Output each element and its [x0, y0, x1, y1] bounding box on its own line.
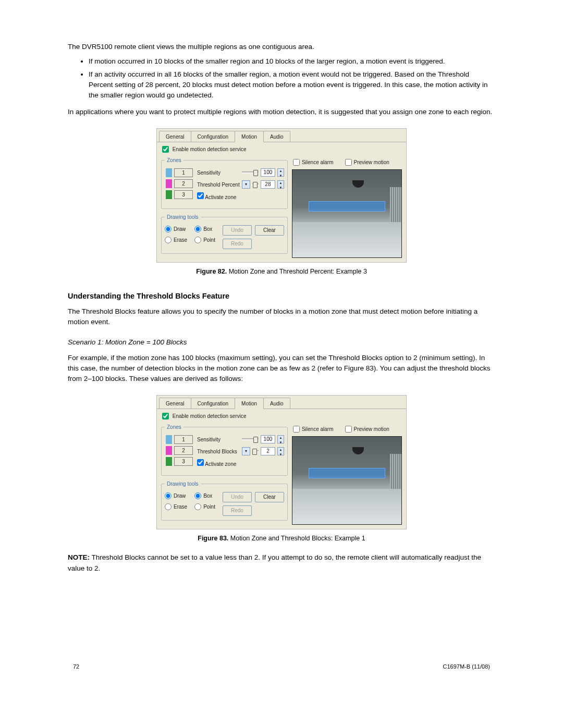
draw-radio[interactable]: Draw [165, 225, 187, 233]
redo-button[interactable]: Redo [223, 239, 252, 249]
sensitivity-spinner[interactable]: ▲▼ [277, 435, 284, 443]
chevron-down-icon[interactable]: ▼ [278, 452, 284, 457]
drawing-tools-group: Drawing tools Draw Erase Box Point Un [161, 480, 288, 521]
activate-zone-checkbox[interactable] [197, 192, 204, 199]
erase-radio[interactable]: Erase [165, 236, 187, 244]
chevron-up-icon[interactable]: ▲ [278, 181, 284, 186]
silence-alarm-checkbox[interactable]: Silence alarm [293, 425, 334, 433]
activate-zone-checkbox[interactable] [197, 459, 204, 466]
figure-83-caption: Figure 83. Motion Zone and Threshold Blo… [68, 534, 495, 544]
zone-1-swatch [166, 435, 172, 444]
box-radio[interactable]: Box [194, 492, 215, 500]
figure-82: General Configuration Motion Audio Enabl… [68, 128, 495, 277]
threshold-label: Threshold Percent [197, 181, 240, 189]
sensitivity-slider[interactable] [242, 438, 259, 440]
tab-motion[interactable]: Motion [235, 398, 264, 409]
tab-bar: General Configuration Motion Audio [157, 396, 406, 409]
bullet-item: If motion occurred in 10 blocks of the s… [89, 56, 495, 67]
after-bullets-paragraph: In applications where you want to protec… [68, 107, 495, 117]
activate-zone-text: Activate zone [205, 461, 236, 467]
zone-2-button[interactable]: 2 [174, 446, 193, 455]
point-radio[interactable]: Point [194, 503, 215, 511]
clear-button[interactable]: Clear [255, 492, 284, 502]
tab-general[interactable]: General [159, 398, 191, 409]
threshold-mode-dropdown[interactable]: ▾ [242, 180, 250, 189]
enable-motion-checkbox[interactable] [162, 413, 169, 419]
sensitivity-value[interactable]: 100 [261, 168, 275, 177]
sensitivity-slider[interactable] [242, 171, 259, 174]
tab-bar: General Configuration Motion Audio [157, 129, 406, 142]
threshold-mode-dropdown[interactable]: ▾ [242, 447, 250, 455]
page-number: 72 [73, 662, 79, 671]
enable-motion-checkbox-label[interactable]: Enable motion detection service [162, 413, 247, 419]
activate-zone-checkbox-label[interactable]: Activate zone [197, 192, 236, 201]
erase-radio[interactable]: Erase [165, 503, 187, 511]
zone-list: 1 2 3 [165, 435, 193, 466]
zones-group: Zones 1 2 3 Sensitivity 100 [161, 156, 288, 209]
undo-button[interactable]: Undo [223, 492, 252, 502]
enable-motion-checkbox[interactable] [162, 146, 169, 153]
zones-legend: Zones [165, 156, 183, 164]
drawing-tools-legend: Drawing tools [165, 213, 201, 221]
point-radio[interactable]: Point [194, 236, 215, 244]
sensitivity-label: Sensitivity [197, 169, 240, 177]
figure-82-caption: Figure 82. Motion Zone and Threshold Per… [68, 267, 495, 277]
intro-paragraph: The DVR5100 remote client views the mult… [68, 42, 495, 52]
sensitivity-value[interactable]: 100 [261, 435, 275, 443]
clear-button[interactable]: Clear [255, 225, 284, 236]
zones-group: Zones 1 2 3 Sensitivity 100 [161, 423, 288, 476]
motion-zone-overlay [309, 201, 385, 212]
undo-button[interactable]: Undo [223, 225, 252, 236]
activate-zone-text: Activate zone [205, 194, 236, 200]
enable-motion-text: Enable motion detection service [173, 146, 247, 152]
zone-1-button[interactable]: 1 [174, 168, 193, 177]
tab-audio[interactable]: Audio [263, 131, 290, 142]
threshold-value[interactable]: 2 [261, 447, 275, 455]
tab-configuration[interactable]: Configuration [191, 131, 235, 142]
zone-1-swatch [166, 168, 172, 177]
tab-configuration[interactable]: Configuration [191, 398, 235, 409]
box-radio[interactable]: Box [194, 225, 215, 233]
threshold-slider[interactable] [252, 450, 259, 452]
zone-2-button[interactable]: 2 [174, 179, 193, 188]
draw-radio[interactable]: Draw [165, 492, 187, 500]
chevron-up-icon[interactable]: ▲ [278, 169, 284, 174]
zone-3-swatch [166, 457, 172, 466]
motion-zone-overlay [309, 468, 385, 478]
chevron-down-icon[interactable]: ▼ [278, 186, 284, 190]
chevron-up-icon[interactable]: ▲ [278, 448, 284, 452]
tab-general[interactable]: General [159, 131, 191, 142]
silence-alarm-checkbox[interactable]: Silence alarm [293, 158, 334, 166]
tab-audio[interactable]: Audio [263, 398, 290, 409]
threshold-slider[interactable] [252, 183, 259, 186]
activate-zone-checkbox-label[interactable]: Activate zone [197, 459, 236, 468]
preview-motion-checkbox[interactable]: Preview motion [345, 158, 389, 166]
preview-motion-checkbox[interactable]: Preview motion [345, 425, 389, 433]
scenario-paragraph: For example, if the motion zone has 100 … [68, 353, 495, 385]
zone-2-swatch [166, 446, 172, 455]
zone-2-swatch [166, 179, 172, 188]
tab-motion[interactable]: Motion [235, 131, 264, 142]
threshold-spinner[interactable]: ▲▼ [277, 447, 284, 455]
chevron-up-icon[interactable]: ▲ [278, 436, 284, 440]
chevron-down-icon[interactable]: ▼ [278, 174, 284, 178]
zone-1-button[interactable]: 1 [174, 435, 193, 444]
enable-motion-text: Enable motion detection service [173, 413, 247, 419]
section-heading-threshold-blocks: Understanding the Threshold Blocks Featu… [68, 291, 495, 302]
sensitivity-spinner[interactable]: ▲▼ [277, 168, 284, 177]
threshold-spinner[interactable]: ▲▼ [277, 180, 284, 189]
camera-preview [292, 169, 402, 258]
zone-3-button[interactable]: 3 [174, 457, 193, 466]
bullet-item: If an activity occurred in all 16 blocks… [89, 69, 495, 101]
enable-motion-checkbox-label[interactable]: Enable motion detection service [162, 146, 247, 152]
chevron-down-icon[interactable]: ▼ [278, 440, 284, 445]
zone-3-button[interactable]: 3 [174, 190, 193, 199]
zones-legend: Zones [165, 423, 183, 431]
note-paragraph: NOTE: Threshold Blocks cannot be set to … [68, 552, 495, 574]
redo-button[interactable]: Redo [223, 505, 252, 516]
zone-list: 1 2 3 [165, 168, 193, 199]
scenario-heading: Scenario 1: Motion Zone = 100 Blocks [68, 337, 495, 348]
document-id: C1697M-B (11/08) [443, 662, 491, 671]
threshold-value[interactable]: 28 [261, 180, 275, 189]
page-footer: 72 C1697M-B (11/08) [68, 662, 495, 671]
